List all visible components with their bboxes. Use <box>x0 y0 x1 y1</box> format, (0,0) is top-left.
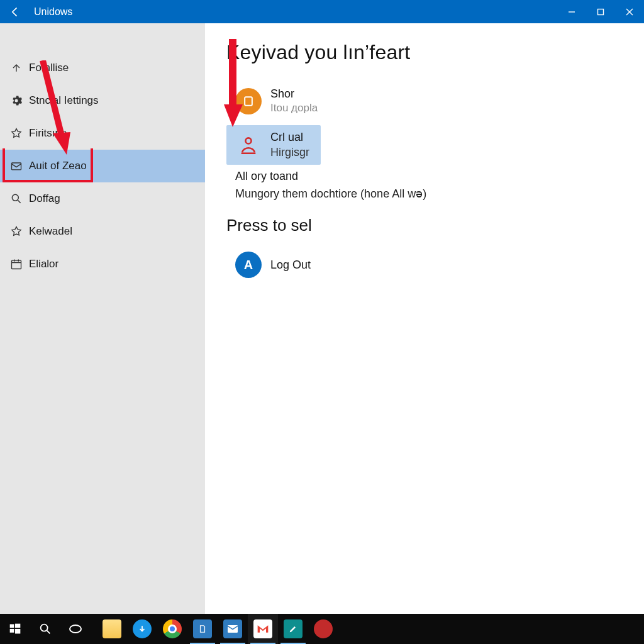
app-icon <box>314 619 333 638</box>
sidebar-item-label: Doffag <box>29 192 60 205</box>
taskbar-app-downloads[interactable] <box>127 614 157 644</box>
taskbar-app-explorer[interactable] <box>97 614 127 644</box>
card-subtitle: Hirgisgr <box>270 145 309 160</box>
sidebar-item-label: Firitsıne <box>29 127 67 140</box>
gmail-icon <box>253 619 272 638</box>
svg-point-9 <box>245 138 251 143</box>
svg-rect-5 <box>12 163 21 170</box>
avatar-letter-icon: A <box>235 252 262 278</box>
taskbar <box>0 614 644 644</box>
svg-point-4 <box>15 99 18 103</box>
taskbar-app-mail[interactable] <box>218 614 248 644</box>
minimize-button[interactable] <box>557 0 586 23</box>
svg-rect-12 <box>10 629 14 633</box>
document-icon <box>193 619 212 638</box>
sidebar-item-settings[interactable]: Stncial Iettings <box>0 84 205 117</box>
start-button[interactable] <box>0 614 30 644</box>
svg-rect-11 <box>15 624 20 628</box>
taskbar-app-gmail[interactable] <box>248 614 278 644</box>
svg-rect-13 <box>15 629 20 634</box>
info-line-1: All ory toand <box>205 170 644 183</box>
titlebar: Unidows <box>0 0 644 23</box>
window-title: Unidows <box>30 6 72 18</box>
card-title: Log Out <box>270 258 311 272</box>
sidebar-item-firitsine[interactable]: Firitsıne <box>0 117 205 150</box>
svg-rect-1 <box>598 9 604 14</box>
svg-point-6 <box>12 194 18 201</box>
section-title: Press to sel <box>205 216 644 235</box>
sidebar-item-label: Kelwadel <box>29 225 72 238</box>
taskbar-app-pen[interactable] <box>278 614 308 644</box>
mail-icon <box>8 160 25 172</box>
account-card-shor[interactable]: Shor Itou дopla <box>226 82 326 120</box>
close-button[interactable] <box>615 0 644 23</box>
taskbar-search[interactable] <box>30 614 60 644</box>
star-outline-icon <box>8 225 25 238</box>
svg-rect-7 <box>12 260 21 269</box>
upload-icon <box>8 62 25 74</box>
sidebar-item-kelwadel[interactable]: Kelwadel <box>0 215 205 248</box>
sidebar-item-label: Auit of Zeao <box>29 160 87 172</box>
mail-icon <box>223 619 242 638</box>
content-area: Keyivad you lın’feart Shor Itou дopla <box>205 23 644 614</box>
search-icon <box>8 192 25 205</box>
page-title: Keyivad you lın’feart <box>205 41 644 64</box>
calendar-icon <box>8 258 25 270</box>
taskbar-app-notepad[interactable] <box>187 614 218 644</box>
task-view-icon <box>68 621 83 636</box>
windows-icon <box>9 623 21 635</box>
sidebar-item-label: Stncial Iettings <box>29 94 99 107</box>
sidebar-item-label: Fomllise <box>29 62 69 74</box>
person-icon <box>235 132 262 158</box>
card-title: Shor <box>270 87 318 101</box>
task-view-button[interactable] <box>60 614 91 644</box>
maximize-button[interactable] <box>586 0 615 23</box>
folder-icon <box>103 619 121 638</box>
chrome-icon <box>163 619 182 638</box>
card-title: Crl ual <box>270 130 309 145</box>
account-card-crlual[interactable]: Crl ual Hirgisgr <box>226 125 321 165</box>
svg-rect-8 <box>245 97 252 105</box>
taskbar-app-red[interactable] <box>308 614 338 644</box>
download-icon <box>133 619 152 638</box>
search-icon <box>38 622 52 636</box>
svg-rect-10 <box>10 625 14 628</box>
star-outline-icon <box>8 127 25 140</box>
sidebar-item-auit-of-zeao[interactable]: Auit of Zeao <box>0 150 205 182</box>
gear-icon <box>8 94 25 107</box>
back-button[interactable] <box>0 0 30 23</box>
sidebar-item-fomllise[interactable]: Fomllise <box>0 52 205 84</box>
taskbar-app-chrome[interactable] <box>157 614 187 644</box>
avatar-icon <box>235 88 262 114</box>
sidebar-item-doffag[interactable]: Doffag <box>0 182 205 215</box>
logout-card[interactable]: A Log Out <box>226 247 321 283</box>
sidebar: Fomllise Stncial Iettings Firitsıne <box>0 23 205 614</box>
pen-icon <box>284 619 303 638</box>
card-subtitle: Itou дopla <box>270 101 318 115</box>
info-line-2: Mungory them dochtiore (hone All wə) <box>205 187 644 201</box>
sidebar-item-elialor[interactable]: Elialor <box>0 248 205 280</box>
svg-point-14 <box>41 625 48 631</box>
sidebar-item-label: Elialor <box>29 258 58 270</box>
